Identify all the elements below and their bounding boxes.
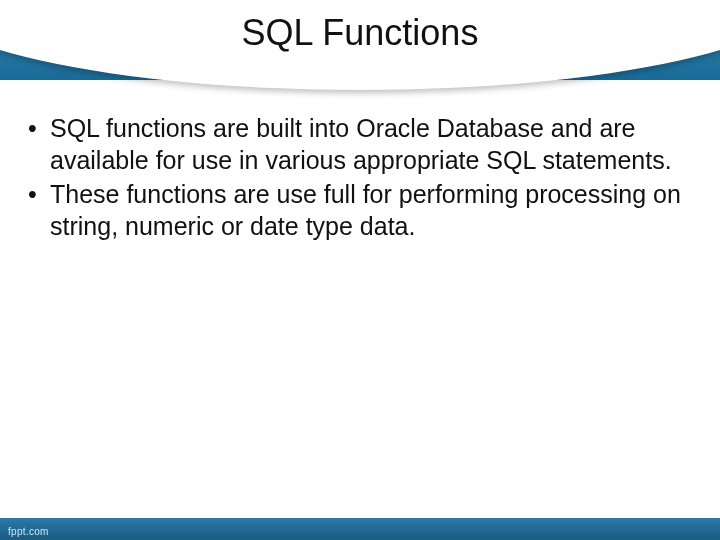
bullet-item: • These functions are use full for perfo… xyxy=(26,178,690,242)
slide-title: SQL Functions xyxy=(0,12,720,54)
bullet-dot-icon: • xyxy=(26,178,50,210)
bullet-text: SQL functions are built into Oracle Data… xyxy=(50,112,690,176)
slide: SQL Functions • SQL functions are built … xyxy=(0,0,720,540)
footer-text: fppt.com xyxy=(8,526,49,537)
bullet-text: These functions are use full for perform… xyxy=(50,178,690,242)
footer-band xyxy=(0,518,720,540)
bullet-item: • SQL functions are built into Oracle Da… xyxy=(26,112,690,176)
bullet-dot-icon: • xyxy=(26,112,50,144)
content-area: • SQL functions are built into Oracle Da… xyxy=(26,112,690,244)
